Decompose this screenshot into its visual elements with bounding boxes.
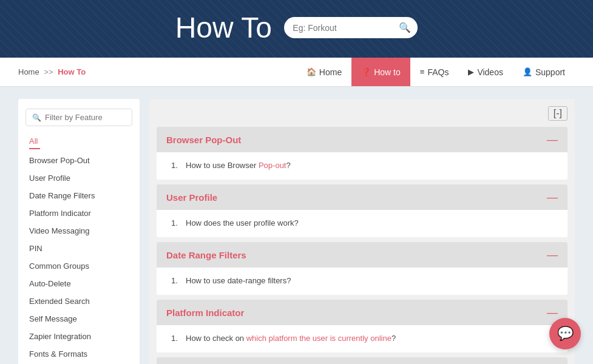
sidebar-search-box: 🔍 xyxy=(25,109,132,126)
section-platform-indicator-toggle: — xyxy=(547,307,558,318)
tab-home-label: Home xyxy=(319,67,342,77)
howto-icon: ❓ xyxy=(361,67,371,76)
all-underline xyxy=(29,148,40,149)
section-date-range-body: 1. How to use date-range filters? xyxy=(157,268,568,295)
chat-button[interactable]: 💬 xyxy=(549,318,581,349)
section-user-profile-body: 1. How does the user profile work? xyxy=(157,210,568,237)
sidebar: 🔍 All Browser Pop-Out User Profile Date … xyxy=(18,99,140,364)
sidebar-item-fonts-formats[interactable]: Fonts & Formats xyxy=(18,345,140,363)
sidebar-item-all[interactable]: All xyxy=(18,132,140,148)
sidebar-item-self-message[interactable]: Self Message xyxy=(18,310,140,328)
sidebar-item-pin[interactable]: PIN xyxy=(18,240,140,257)
section-user-profile-header[interactable]: User Profile — xyxy=(157,184,568,210)
videos-icon: ▶ xyxy=(468,67,474,76)
section-date-range: Date Range Filters — 1. How to use date-… xyxy=(157,242,568,295)
breadcrumb-sep: >> xyxy=(44,67,53,76)
item-number: 1. xyxy=(171,334,181,343)
section-date-range-toggle: — xyxy=(547,249,558,260)
tab-faqs[interactable]: ≡ FAQs xyxy=(410,58,459,86)
section-video-messaging-header[interactable]: Video Messaging — xyxy=(157,357,568,364)
nav-tabs: 🏠 Home ❓ How to ≡ FAQs ▶ Videos 👤 Suppor… xyxy=(297,58,575,86)
section-browser-popout-body: 1. How to use Browser Pop-out? xyxy=(157,152,568,180)
browser-popout-link[interactable]: Pop-out xyxy=(259,161,286,170)
header-search-button[interactable]: 🔍 xyxy=(399,22,411,33)
list-item: 1. How to use Browser Pop-out? xyxy=(171,158,558,172)
section-browser-popout-toggle: — xyxy=(547,134,558,145)
section-browser-popout-title: Browser Pop-Out xyxy=(166,135,241,145)
support-icon: 👤 xyxy=(523,67,532,76)
sidebar-item-auto-delete[interactable]: Auto-Delete xyxy=(18,275,140,292)
sidebar-item-date-range[interactable]: Date Range Filters xyxy=(18,187,140,204)
tab-support[interactable]: 👤 Support xyxy=(513,58,575,86)
sidebar-item-browser-popout[interactable]: Browser Pop-Out xyxy=(18,152,140,169)
breadcrumb-home[interactable]: Home xyxy=(18,67,39,76)
tab-howto[interactable]: ❓ How to xyxy=(351,58,410,86)
section-user-profile: User Profile — 1. How does the user prof… xyxy=(157,184,568,237)
section-platform-indicator-body: 1. How to check on which platform the us… xyxy=(157,325,568,352)
section-date-range-title: Date Range Filters xyxy=(166,250,246,260)
platform-indicator-link[interactable]: which platform the user is currently onl… xyxy=(246,334,391,343)
tab-faqs-label: FAQs xyxy=(427,67,449,77)
sidebar-item-common-groups[interactable]: Common Groups xyxy=(18,257,140,275)
collapse-btn-container: [-] xyxy=(157,106,568,121)
section-browser-popout: Browser Pop-Out — 1. How to use Browser … xyxy=(157,127,568,180)
sidebar-item-zapier[interactable]: Zapier Integration xyxy=(18,328,140,345)
tab-howto-label: How to xyxy=(374,67,401,77)
section-date-range-header[interactable]: Date Range Filters — xyxy=(157,242,568,268)
item-number: 1. xyxy=(171,161,181,170)
sidebar-item-video-messaging[interactable]: Video Messaging xyxy=(18,222,140,240)
breadcrumb: Home >> How To xyxy=(18,67,86,76)
sidebar-item-platform-indicator[interactable]: Platform Indicator xyxy=(18,204,140,222)
breadcrumb-current: How To xyxy=(58,67,86,76)
header-search-input[interactable] xyxy=(293,23,399,33)
sidebar-search-icon: 🔍 xyxy=(32,113,41,122)
section-platform-indicator-header[interactable]: Platform Indicator — xyxy=(157,300,568,325)
sidebar-item-user-profile[interactable]: User Profile xyxy=(18,169,140,187)
home-icon: 🏠 xyxy=(307,67,316,76)
list-item: 1. How to check on which platform the us… xyxy=(171,331,558,345)
sidebar-item-extended-search[interactable]: Extended Search xyxy=(18,292,140,310)
header: How To 🔍 xyxy=(0,0,593,58)
item-number: 1. xyxy=(171,276,181,285)
section-video-messaging: Video Messaging — 1. How to record a vid… xyxy=(157,357,568,364)
section-user-profile-title: User Profile xyxy=(166,192,217,203)
section-platform-indicator-title: Platform Indicator xyxy=(166,308,244,318)
section-user-profile-toggle: — xyxy=(547,192,558,203)
sidebar-search-input[interactable] xyxy=(45,113,147,122)
tab-support-label: Support xyxy=(535,67,565,77)
header-title: How To xyxy=(175,11,272,44)
section-platform-indicator: Platform Indicator — 1. How to check on … xyxy=(157,300,568,352)
nav-bar: Home >> How To 🏠 Home ❓ How to ≡ FAQs ▶ … xyxy=(0,58,593,87)
faqs-icon: ≡ xyxy=(420,67,425,76)
list-item: 1. How to use date-range filters? xyxy=(171,274,558,288)
tab-home[interactable]: 🏠 Home xyxy=(297,58,351,86)
header-search-box: 🔍 xyxy=(284,17,418,38)
main-content: 🔍 All Browser Pop-Out User Profile Date … xyxy=(0,87,593,364)
section-browser-popout-header[interactable]: Browser Pop-Out — xyxy=(157,127,568,152)
tab-videos-label: Videos xyxy=(477,67,503,77)
collapse-all-button[interactable]: [-] xyxy=(548,106,568,121)
item-number: 1. xyxy=(171,218,181,228)
tab-videos[interactable]: ▶ Videos xyxy=(458,58,513,86)
content-panel: [-] Browser Pop-Out — 1. How to use Brow… xyxy=(149,99,575,364)
list-item: 1. How does the user profile work? xyxy=(171,216,558,230)
